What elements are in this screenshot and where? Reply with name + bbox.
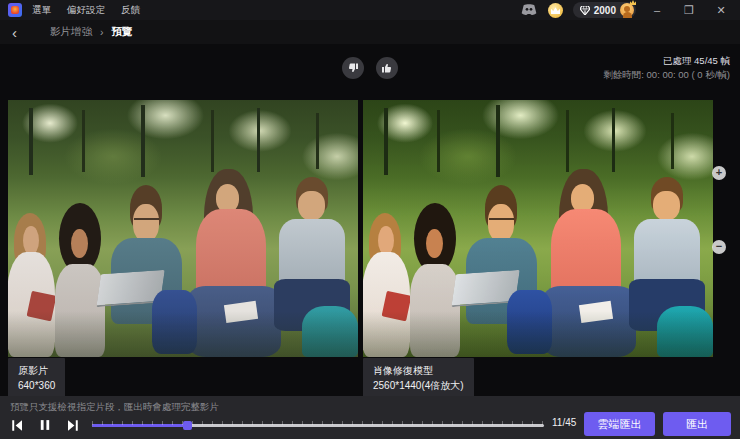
enhanced-resolution: 2560*1440(4倍放大)	[373, 378, 464, 393]
processed-frames-text: 已處理 45/45 幀	[603, 54, 730, 68]
original-title: 原影片	[18, 363, 55, 378]
face	[298, 191, 325, 220]
preview-area: 已處理 45/45 幀 剩餘時間: 00: 00: 00 ( 0 秒/幀)	[0, 44, 740, 396]
app-window: 選單 偏好設定 反饋 2000 – ❒ ✕ ‹ 影片增強 › 預覽	[0, 0, 740, 439]
face	[378, 226, 394, 255]
breadcrumb: ‹ 影片增強 › 預覽	[0, 20, 740, 44]
tree-trunk	[384, 108, 388, 175]
playback-controls: 11/45 雲端匯出 匯出	[0, 412, 740, 439]
face	[653, 191, 680, 220]
grass-shade	[363, 311, 713, 357]
back-button[interactable]: ‹	[12, 25, 28, 40]
menu-item-menu[interactable]: 選單	[32, 4, 51, 17]
processing-status: 已處理 45/45 幀 剩餘時間: 00: 00: 00 ( 0 秒/幀)	[603, 54, 730, 82]
tree-trunk	[257, 108, 261, 172]
video-frame-scene	[363, 100, 713, 357]
discord-icon[interactable]	[520, 3, 538, 17]
tree-trunk	[211, 110, 214, 172]
app-logo-icon	[8, 3, 22, 17]
face	[488, 204, 514, 242]
timeline-slider[interactable]	[92, 423, 544, 428]
breadcrumb-parent[interactable]: 影片增強	[50, 25, 92, 39]
thumbs-down-button[interactable]	[342, 57, 364, 79]
original-video-preview	[8, 100, 358, 357]
maximize-button[interactable]: ❒	[678, 2, 700, 18]
tree-trunk	[566, 110, 569, 172]
tree-trunk	[29, 108, 33, 175]
next-frame-button[interactable]	[61, 414, 83, 436]
tree-trunk	[612, 108, 616, 172]
breadcrumb-current: 預覽	[112, 25, 133, 39]
titlebar: 選單 偏好設定 反饋 2000 – ❒ ✕	[0, 0, 740, 20]
menu-item-preferences[interactable]: 偏好設定	[67, 4, 105, 17]
slider-ticks	[92, 421, 544, 425]
pause-button[interactable]	[34, 414, 56, 436]
grass-shade	[8, 311, 358, 357]
enhanced-model-title: 肖像修復模型	[373, 363, 464, 378]
glasses	[134, 218, 159, 220]
avatar-crown-badge	[630, 0, 636, 5]
glasses	[489, 218, 514, 220]
zoom-in-button[interactable]: +	[712, 166, 726, 180]
tree-trunk	[82, 110, 85, 172]
frame-counter: 11/45	[552, 417, 576, 428]
feedback-buttons	[342, 57, 398, 79]
original-label: 原影片 640*360	[8, 358, 65, 398]
menu-item-feedback[interactable]: 反饋	[121, 4, 140, 17]
tree-trunk	[437, 110, 440, 172]
export-button[interactable]: 匯出	[663, 412, 731, 436]
slider-thumb[interactable]	[183, 421, 192, 430]
coin-balance[interactable]: 2000	[573, 2, 636, 18]
avatar[interactable]	[620, 3, 634, 17]
face	[23, 226, 39, 255]
face	[133, 204, 159, 242]
compare-previews	[8, 100, 713, 357]
player-bar: 預覽只支援檢視指定片段，匯出時會處理完整影片 11/45 雲端匯出 匯出	[0, 396, 740, 439]
video-frame-scene	[8, 100, 358, 357]
tree-trunk	[141, 105, 145, 177]
zoom-out-button[interactable]: −	[712, 240, 726, 254]
original-resolution: 640*360	[18, 378, 55, 393]
thumbs-up-button[interactable]	[376, 57, 398, 79]
enhanced-video-preview	[363, 100, 713, 357]
close-button[interactable]: ✕	[710, 2, 732, 18]
enhanced-label: 肖像修復模型 2560*1440(4倍放大)	[363, 358, 474, 398]
coin-count: 2000	[594, 5, 616, 16]
chevron-right-icon: ›	[100, 26, 104, 38]
tree-trunk	[671, 113, 674, 170]
menubar: 選單 偏好設定 反饋	[32, 4, 140, 17]
cloud-export-button[interactable]: 雲端匯出	[584, 412, 655, 436]
prev-frame-button[interactable]	[6, 414, 28, 436]
vip-crown-icon[interactable]	[548, 3, 563, 18]
tree-trunk	[496, 105, 500, 177]
titlebar-right: 2000 – ❒ ✕	[520, 2, 732, 18]
diamond-icon	[580, 6, 590, 15]
tree-trunk	[316, 113, 319, 170]
minimize-button[interactable]: –	[646, 2, 668, 18]
remaining-time-text: 剩餘時間: 00: 00: 00 ( 0 秒/幀)	[603, 68, 730, 82]
